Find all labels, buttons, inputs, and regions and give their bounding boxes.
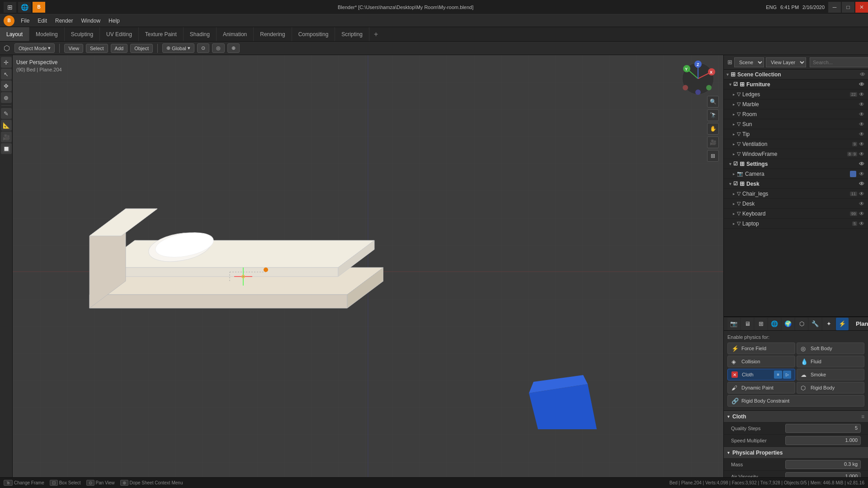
cloth-mini-btn1[interactable]: ≡ [774, 371, 782, 379]
settings-eye[interactable]: 👁 [859, 161, 864, 167]
keyboard-eye[interactable]: 👁 [859, 211, 864, 217]
mode-select[interactable]: Object Mode ▾ [14, 43, 55, 53]
object-menu[interactable]: Object [130, 44, 153, 53]
laptop-eye[interactable]: 👁 [859, 221, 864, 227]
maximize-button[interactable]: □ [842, 2, 854, 13]
desk-group[interactable]: ▾ ☑ ⊞ Desk 👁 [724, 179, 868, 189]
list-item[interactable]: ▸ ▽ Ledges 22 👁 [724, 89, 868, 99]
workspace-compositing[interactable]: Compositing [292, 27, 335, 41]
rigid-body-btn[interactable]: ⬡ Rigid Body [797, 382, 864, 394]
workspace-add-button[interactable]: + [369, 27, 382, 41]
speed-multiplier-value[interactable]: 1.000 [785, 436, 861, 445]
windowframe-eye[interactable]: 👁 [859, 151, 864, 157]
viewport[interactable]: User Perspective (90) Bed | Plane.204 X … [13, 55, 723, 488]
scene-search-input[interactable] [810, 57, 868, 67]
grab-tool[interactable]: ✥ [1, 80, 12, 91]
annotate-tool[interactable]: ✎ [1, 108, 12, 119]
proportional-edit[interactable]: ◎ [212, 43, 225, 53]
transform-tool[interactable]: ⊕ [1, 92, 12, 103]
workspace-texture-paint[interactable]: Texture Paint [139, 27, 184, 41]
list-item[interactable]: ▸ ▽ Tip 👁 [724, 129, 868, 139]
mass-value[interactable]: 0.3 kg [785, 460, 861, 469]
props-physics-icon[interactable]: ⚡ [836, 318, 849, 330]
props-particles-icon[interactable]: ✦ [822, 318, 835, 330]
props-output-icon[interactable]: 🖥 [741, 318, 754, 330]
scene-selector[interactable]: Scene [734, 57, 764, 67]
marble-eye[interactable]: 👁 [859, 101, 864, 108]
settings-group[interactable]: ▾ ☑ ⊞ Settings 👁 [724, 159, 868, 169]
list-item[interactable]: ▸ 📷 Camera 👁 [724, 169, 868, 179]
select-tool[interactable]: ↖ [1, 69, 12, 80]
physical-props-header[interactable]: ▾ Physical Properties [724, 447, 868, 459]
blender-taskbar-button[interactable]: B [33, 2, 45, 13]
measure-tool[interactable]: 📐 [1, 120, 12, 131]
workspace-rendering[interactable]: Rendering [254, 27, 292, 41]
transform-pivot[interactable]: ⊕ [227, 43, 240, 53]
add-menu[interactable]: Add [111, 44, 128, 53]
workspace-shading[interactable]: Shading [184, 27, 217, 41]
soft-body-btn[interactable]: ◎ Soft Body [797, 343, 864, 354]
camera-view-btn[interactable]: 🎥 [707, 136, 719, 148]
list-item[interactable]: ▸ ▽ Ventilation 9 👁 [724, 139, 868, 149]
workspace-sculpting[interactable]: Sculpting [65, 27, 100, 41]
desk-group-eye[interactable]: 👁 [859, 181, 864, 187]
transform-global[interactable]: ⊕ Global ▾ [162, 43, 194, 53]
ventilation-eye[interactable]: 👁 [859, 141, 864, 147]
select-menu[interactable]: Select [86, 44, 108, 53]
props-render-icon[interactable]: 📷 [727, 318, 740, 330]
camera-eye[interactable]: 👁 [859, 171, 864, 177]
workspace-layout[interactable]: Layout [0, 27, 29, 41]
dynamic-paint-btn[interactable]: 🖌 Dynamic Paint [727, 382, 795, 394]
grid-view-btn[interactable]: ⊞ [707, 150, 719, 162]
workspace-modeling[interactable]: Modeling [29, 27, 65, 41]
camera-tool[interactable]: 🎥 [1, 131, 12, 142]
workspace-animation[interactable]: Animation [217, 27, 254, 41]
list-item[interactable]: ▸ ▽ Room 👁 [724, 109, 868, 119]
fluid-btn[interactable]: 💧 Fluid [797, 356, 864, 367]
smoke-btn[interactable]: ☁ Smoke [797, 369, 864, 380]
workspace-uv-editing[interactable]: UV Editing [100, 27, 139, 41]
list-item[interactable]: ▸ ▽ Desk 👁 [724, 199, 868, 209]
view-layer-selector[interactable]: View Layer [766, 57, 806, 67]
workspace-scripting[interactable]: Scripting [335, 27, 369, 41]
props-scene-icon[interactable]: 🌐 [768, 318, 781, 330]
minimize-button[interactable]: ─ [828, 2, 841, 13]
scene-collection-header[interactable]: ▾ ⊞ Scene Collection 👁 [724, 70, 868, 80]
cloth-section-header[interactable]: ▾ Cloth ≡ [724, 411, 868, 422]
rigid-body-constraint-btn[interactable]: 🔗 Rigid Body Constraint [727, 395, 864, 407]
sun-eye[interactable]: 👁 [859, 121, 864, 127]
menu-edit[interactable]: Edit [34, 16, 51, 25]
cloth-btn[interactable]: ✕ Cloth ≡ ▷ [727, 369, 795, 380]
furniture-group[interactable]: ▾ ☑ ⊞ Furniture 👁 [724, 80, 868, 89]
hand-tool-btn[interactable]: ✋ [707, 123, 719, 135]
scene-collection-eye[interactable]: 👁 [860, 71, 865, 78]
chrome-button[interactable]: 🌐 [18, 2, 31, 13]
navigation-gizmo[interactable]: X Y Z [680, 61, 716, 98]
props-world-icon[interactable]: 🌍 [782, 318, 794, 330]
list-item[interactable]: ▸ ▽ Chair_legs 11 👁 [724, 189, 868, 199]
zoom-in-btn[interactable]: 🔍 [707, 96, 719, 108]
props-modifier-icon[interactable]: 🔧 [809, 318, 821, 330]
list-item[interactable]: ▸ ▽ Laptop 5 👁 [724, 219, 868, 229]
cloth-mini-btn2[interactable]: ▷ [783, 371, 791, 379]
cloth-list-icon[interactable]: ≡ [861, 413, 864, 420]
menu-window[interactable]: Window [77, 16, 104, 25]
snapping-btn[interactable]: ⊙ [197, 43, 209, 53]
list-item[interactable]: ▸ ▽ Marble 👁 [724, 99, 868, 109]
quality-steps-value[interactable]: 5 [785, 424, 861, 433]
windows-button[interactable]: ⊞ [4, 2, 16, 13]
desk-eye[interactable]: 👁 [859, 201, 864, 207]
close-button[interactable]: ✕ [855, 2, 868, 13]
force-field-btn[interactable]: ⚡ Force Field [727, 343, 795, 354]
view-menu[interactable]: View [64, 44, 83, 53]
collision-btn[interactable]: ◈ Collision [727, 356, 795, 367]
props-object-icon[interactable]: ⬡ [795, 318, 808, 330]
menu-file[interactable]: File [17, 16, 33, 25]
zoom-out-btn[interactable]: 🔭 [707, 109, 719, 121]
list-item[interactable]: ▸ ▽ WindowFrame 8 9 👁 [724, 149, 868, 159]
chairlegs-eye[interactable]: 👁 [859, 191, 864, 197]
menu-render[interactable]: Render [52, 16, 76, 25]
render-tool[interactable]: 🔲 [1, 143, 12, 154]
list-item[interactable]: ▸ ▽ Sun 👁 [724, 119, 868, 129]
furniture-eye[interactable]: 👁 [859, 81, 864, 88]
